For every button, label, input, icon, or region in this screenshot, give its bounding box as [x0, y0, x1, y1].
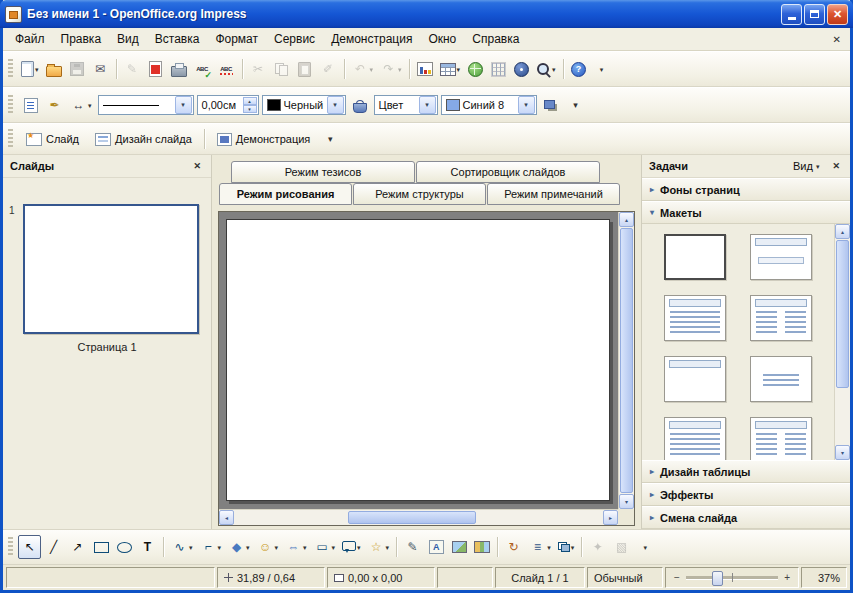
toolbar-options-button[interactable]: [634, 535, 656, 559]
arrange-button[interactable]: [555, 535, 578, 559]
scroll-left-button[interactable]: [219, 510, 234, 525]
format-paintbrush-button[interactable]: ✐: [317, 57, 340, 81]
cut-button[interactable]: ✂: [247, 57, 270, 81]
scroll-down-button[interactable]: [835, 445, 850, 460]
line-color-dropdown-icon[interactable]: [327, 96, 344, 114]
undo-button[interactable]: ↶: [349, 57, 377, 81]
stars-button[interactable]: ☆: [365, 535, 393, 559]
menu-slideshow[interactable]: Демонстрация: [323, 29, 420, 49]
extrusion-button[interactable]: ▧: [610, 535, 633, 559]
slide-button[interactable]: Слайд: [19, 130, 86, 149]
scroll-right-button[interactable]: [603, 510, 618, 525]
line-width-increase-button[interactable]: [243, 97, 257, 105]
open-button[interactable]: [43, 57, 65, 81]
menu-window[interactable]: Окно: [420, 29, 464, 49]
fill-style-dropdown-icon[interactable]: [419, 96, 436, 114]
vertical-scroll-thumb[interactable]: [620, 228, 633, 493]
line-button[interactable]: ╱: [42, 535, 65, 559]
horizontal-scroll-thumb[interactable]: [348, 511, 475, 524]
spellcheck-button[interactable]: ABC: [191, 57, 214, 81]
fill-color-dropdown-icon[interactable]: [518, 96, 535, 114]
connector-button[interactable]: ¬: [197, 535, 225, 559]
document-as-email-button[interactable]: ✉: [89, 57, 112, 81]
export-pdf-button[interactable]: [145, 57, 167, 81]
close-tasks-panel-button[interactable]: [829, 160, 843, 172]
toolbar-options-button[interactable]: [591, 57, 613, 81]
new-document-button[interactable]: [18, 57, 42, 81]
scroll-up-button[interactable]: [835, 224, 850, 239]
slide-page[interactable]: [226, 219, 610, 501]
toolbar-grip[interactable]: [8, 59, 13, 79]
toolbar-grip[interactable]: [8, 129, 13, 149]
section-master-pages[interactable]: ▸ Фоны страниц: [642, 178, 850, 201]
rectangle-button[interactable]: [90, 535, 112, 559]
edit-points-button[interactable]: ✎: [401, 535, 424, 559]
layout-name-cell[interactable]: Обычный: [587, 567, 663, 588]
layout-blank[interactable]: [664, 234, 726, 280]
callouts-button[interactable]: [339, 535, 364, 559]
layout-title-two-content-2[interactable]: [750, 417, 812, 460]
navigator-button[interactable]: [510, 57, 532, 81]
menu-view[interactable]: Вид: [109, 29, 147, 49]
zoom-slider-thumb[interactable]: [712, 571, 723, 586]
shadow-button[interactable]: [540, 93, 562, 117]
toolbar-options-button[interactable]: [565, 93, 587, 117]
layouts-scrollbar[interactable]: [834, 224, 850, 460]
layout-centered-text[interactable]: [750, 356, 812, 402]
fontwork-button[interactable]: A: [425, 535, 447, 559]
horizontal-scroll-track[interactable]: [234, 510, 603, 525]
tab-normal-view[interactable]: Режим рисования: [219, 183, 352, 205]
scroll-down-button[interactable]: [619, 494, 634, 509]
zoom-slider-track[interactable]: [686, 576, 778, 580]
insert-chart-button[interactable]: [414, 57, 436, 81]
menu-edit[interactable]: Правка: [53, 29, 110, 49]
line-style-dropdown-icon[interactable]: [175, 96, 192, 114]
fill-style-combo[interactable]: Цвет: [374, 95, 438, 115]
text-button[interactable]: T: [136, 535, 159, 559]
insert-picture-button[interactable]: [448, 535, 470, 559]
edit-file-button[interactable]: ✎: [121, 57, 144, 81]
vertical-scrollbar[interactable]: [618, 212, 634, 509]
close-button[interactable]: [827, 4, 848, 25]
auto-spellcheck-button[interactable]: ABC: [215, 57, 238, 81]
zoom-button[interactable]: [533, 57, 559, 81]
block-arrows-button[interactable]: ⇔: [282, 535, 310, 559]
slideshow-button[interactable]: Демонстрация: [210, 130, 318, 149]
flowchart-button[interactable]: ▭: [311, 535, 339, 559]
styles-formatting-button[interactable]: [20, 93, 42, 117]
hyperlink-button[interactable]: [464, 57, 486, 81]
zoom-out-button[interactable]: [672, 572, 682, 583]
line-dialog-button[interactable]: ✒: [43, 93, 66, 117]
line-color-combo[interactable]: Черный: [262, 95, 346, 115]
section-layouts[interactable]: ▾ Макеты: [642, 201, 850, 224]
tab-notes-view[interactable]: Режим примечаний: [487, 183, 620, 205]
rotate-button[interactable]: ↻: [502, 535, 525, 559]
tab-slide-sorter[interactable]: Сортировщик слайдов: [416, 161, 600, 183]
alignment-button[interactable]: ≡: [526, 535, 554, 559]
layout-title-subtitle[interactable]: [750, 234, 812, 280]
tab-outline-view[interactable]: Режим структуры: [353, 183, 486, 205]
tab-handout-view[interactable]: Режим тезисов: [231, 161, 415, 183]
slide-design-button[interactable]: Дизайн слайда: [88, 130, 199, 149]
display-grid-button[interactable]: [487, 57, 509, 81]
toolbar-options-button[interactable]: [319, 127, 341, 151]
close-document-icon[interactable]: [828, 33, 846, 46]
layouts-scroll-thumb[interactable]: [836, 240, 849, 388]
zoom-percent-cell[interactable]: 37%: [801, 567, 847, 588]
scroll-up-button[interactable]: [619, 212, 634, 227]
section-slide-transition[interactable]: ▸ Смена слайда: [642, 506, 850, 529]
horizontal-scrollbar[interactable]: [219, 509, 618, 525]
select-button[interactable]: ↖: [18, 535, 41, 559]
minimize-button[interactable]: [781, 4, 802, 25]
menu-tools[interactable]: Сервис: [266, 29, 323, 49]
view-menu-button[interactable]: Вид: [793, 160, 819, 172]
redo-button[interactable]: ↷: [377, 57, 405, 81]
paste-button[interactable]: [294, 57, 316, 81]
slide-thumbnail[interactable]: [23, 204, 199, 334]
fill-color-combo[interactable]: Синий 8: [441, 95, 537, 115]
maximize-button[interactable]: [804, 4, 825, 25]
zoom-in-button[interactable]: [782, 572, 792, 583]
menu-format[interactable]: Формат: [207, 29, 266, 49]
layout-title-two-content[interactable]: [750, 295, 812, 341]
save-button[interactable]: [66, 57, 88, 81]
